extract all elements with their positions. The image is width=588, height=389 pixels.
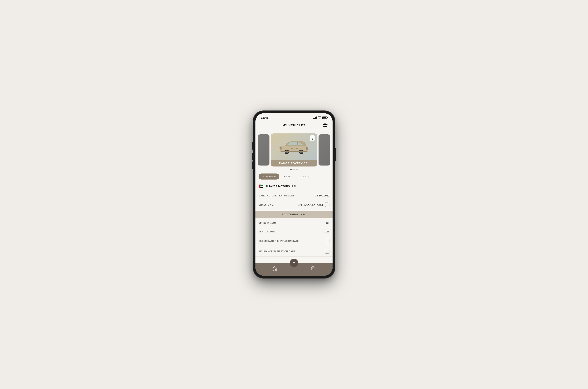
tab-warranty[interactable]: Warranty — [295, 173, 313, 180]
tab-vehicle-info[interactable]: Vehicle Info — [258, 173, 279, 180]
scroll-up-button[interactable] — [290, 259, 298, 267]
svg-rect-0 — [323, 125, 327, 127]
vehicle-card-prev[interactable] — [258, 134, 269, 165]
svg-rect-22 — [296, 148, 298, 149]
insurance-expiration-label: INSURANCE EXPIRATION DATE — [258, 250, 295, 253]
three-dots-icon — [312, 137, 313, 140]
carousel-track: RANGE ROVER-2022 — [258, 133, 330, 166]
svg-rect-10 — [308, 147, 309, 148]
carousel-dots — [256, 166, 332, 173]
add-insurance-date-button[interactable]: + — [325, 249, 330, 254]
svg-rect-19 — [281, 151, 307, 152]
svg-point-24 — [313, 268, 314, 269]
carousel-dot-1[interactable] — [290, 169, 292, 170]
add-registration-date-button[interactable]: + — [325, 239, 330, 243]
svg-point-2 — [326, 126, 327, 127]
plate-number-row: PLATE NUMBER 266 — [256, 227, 332, 236]
svg-rect-21 — [291, 148, 293, 149]
manufacturer-enrolment-row: MANUFACTURER ENROLMENT 06 Sep 2022 — [256, 191, 332, 200]
tab-videos[interactable]: Videos — [279, 173, 295, 180]
dealer-row: 🇦🇪 ALTAYER MOTORS LLC — [256, 182, 332, 191]
additional-info-header: ADDITIONAL INFO — [256, 211, 332, 218]
vehicle-carousel: RANGE ROVER-2022 — [256, 130, 332, 166]
home-nav-button[interactable] — [268, 265, 281, 272]
home-icon — [272, 266, 277, 271]
page-title: MY VEHICLES — [283, 124, 305, 127]
svg-point-1 — [324, 126, 325, 127]
carousel-dot-2[interactable] — [293, 169, 295, 170]
registration-expiration-row: REGISTRATION EXPIRATION DATE + — [256, 236, 332, 246]
dealer-flag: 🇦🇪 — [258, 184, 263, 189]
carousel-dot-3[interactable] — [296, 169, 298, 170]
svg-rect-9 — [306, 148, 308, 149]
card-menu-button[interactable] — [310, 135, 315, 141]
add-vehicle-button[interactable] — [322, 122, 329, 128]
vehicle-name-label: VEHICLE NAME — [258, 222, 277, 224]
additional-info-title: ADDITIONAL INFO — [282, 213, 306, 216]
plate-number-label: PLATE NUMBER — [258, 230, 277, 233]
status-bar: 12:48 — [256, 113, 332, 120]
wifi-icon — [318, 116, 321, 119]
manufacturer-enrolment-value: 06 Sep 2022 — [315, 194, 330, 197]
manufacturer-enrolment-label: MANUFACTURER ENROLMENT — [258, 194, 294, 197]
chassis-no-value: SALLAAAV6FA776975 — [298, 203, 330, 207]
vehicle-card-main[interactable]: RANGE ROVER-2022 — [271, 133, 317, 166]
vehicle-name-bar: RANGE ROVER-2022 — [271, 160, 317, 166]
svg-rect-12 — [280, 147, 282, 150]
service-icon — [311, 266, 316, 271]
bottom-nav — [256, 263, 332, 276]
app-header: MY VEHICLES — [256, 120, 332, 130]
status-time: 12:48 — [261, 116, 268, 119]
svg-rect-5 — [280, 146, 308, 152]
service-nav-button[interactable] — [307, 265, 320, 272]
signal-icon — [313, 117, 317, 119]
phone-screen: 12:48 — [256, 113, 332, 276]
vehicle-name-value: LR5 — [325, 222, 330, 225]
chassis-no-row: CHASSIS NO. SALLAAAV6FA776975 — [256, 200, 332, 210]
dealer-name: ALTAYER MOTORS LLC — [265, 185, 296, 188]
tabs-container: Vehicle Info Videos Warranty — [256, 173, 332, 180]
phone-wrapper: 12:48 — [253, 111, 335, 278]
vehicle-name: RANGE ROVER-2022 — [279, 162, 309, 165]
status-icons — [313, 116, 327, 119]
content-scroll: RANGE ROVER-2022 Vehicle Info — [256, 130, 332, 263]
plate-number-value: 266 — [325, 230, 330, 233]
copy-chassis-button[interactable] — [325, 203, 330, 207]
chassis-no-label: CHASSIS NO. — [258, 204, 274, 206]
battery-icon — [322, 117, 327, 119]
vehicle-name-row: VEHICLE NAME LR5 — [256, 219, 332, 227]
vehicle-card-next[interactable] — [319, 134, 330, 165]
registration-expiration-label: REGISTRATION EXPIRATION DATE — [258, 240, 299, 242]
insurance-expiration-row: INSURANCE EXPIRATION DATE + — [256, 246, 332, 257]
